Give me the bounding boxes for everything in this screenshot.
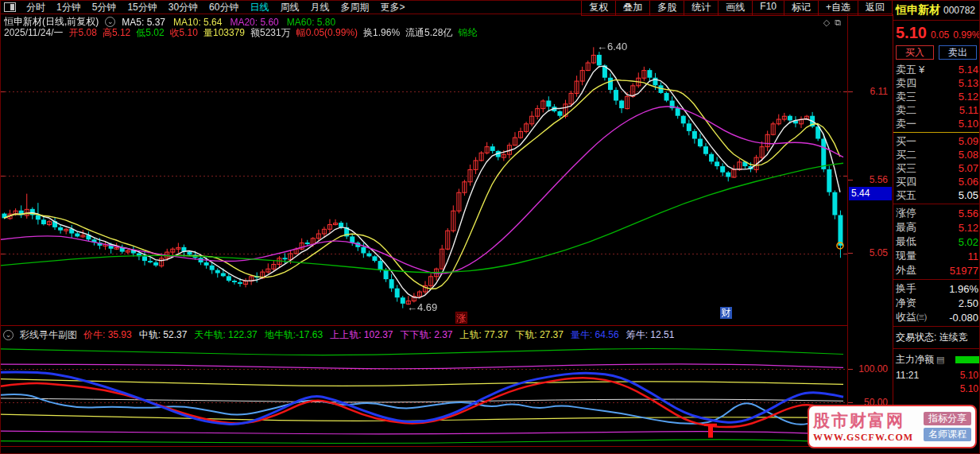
price-axis: 6.11 5.56 5.44 5.05 100.00 50.00 — [847, 14, 893, 446]
ask-row[interactable]: 卖四 5.13 — [893, 76, 980, 90]
main-chart[interactable]: 恒申新材(日线,前复权) ⌄ MA5: 5.37MA10: 5.64MA20: … — [1, 14, 847, 325]
tick-row: 5.10 — [893, 382, 980, 396]
low-annotation: ←4.69 — [407, 301, 437, 313]
toolbar-button[interactable]: 画线 — [718, 0, 753, 16]
stat-row: 现量 11 — [893, 249, 980, 263]
ask-row[interactable]: 卖二 5.11 — [893, 103, 980, 117]
info-segment: 额5231万 — [250, 26, 291, 40]
period-tab[interactable]: 月线 — [304, 1, 335, 14]
stat-row: 外盘 51977 — [893, 263, 980, 277]
diamond-icon[interactable]: ◇ — [823, 17, 830, 28]
app-window: 分时1分钟5分钟15分钟30分钟60分钟日线周线月线多周期更多> 复权叠加多股统… — [0, 0, 980, 454]
divider — [893, 279, 980, 280]
bid-book: 买一 5.09 买二 5.08 买三 5.07 买四 5.06 买五 5.05 — [893, 134, 980, 202]
price-change: 0.05 — [931, 29, 949, 41]
tick-list: 11:21 5.10 5.10 — [893, 369, 980, 396]
book-divider — [893, 132, 980, 133]
stock-name: 恒申新材 — [896, 3, 940, 17]
period-tab[interactable]: 周线 — [274, 1, 304, 14]
indicator-value: 上上轨: 102.37 — [330, 328, 393, 342]
info-segment: 幅0.05(0.99%) — [296, 26, 358, 40]
toolbar-button[interactable]: +自选 — [818, 0, 858, 16]
info-segment: 换1.96% — [363, 26, 400, 40]
layout-icon[interactable] — [4, 2, 16, 12]
indicator-value: 下下轨: 2.37 — [401, 328, 453, 342]
stock-title: 恒申新材 000782 — [893, 1, 980, 21]
stat-row: 收益㈢ -0.080 — [893, 310, 980, 324]
trade-buttons: 买入 卖出 — [893, 44, 980, 63]
badge-teacher-course: 名师课程 — [924, 428, 971, 441]
info-segment: 高5.12 — [103, 26, 130, 40]
bid-row[interactable]: 买二 5.08 — [893, 148, 980, 161]
period-tab[interactable]: 日线 — [244, 1, 274, 14]
watermark-badges: 指标分享 名师课程 — [924, 412, 971, 441]
indicator-header: ⌄ 彩线寻牛副图 价牛: 35.93中轨: 52.37天牛轨: 122.37地牛… — [1, 325, 847, 343]
tick-row: 11:21 5.10 — [893, 369, 980, 382]
stat-row: 最高 5.12 — [893, 220, 980, 235]
indicator-value: 上轨: 77.37 — [460, 328, 509, 342]
last-price-marker: 5.44 — [849, 187, 892, 200]
bottom-frame-line — [1, 446, 893, 447]
stat-row: 涨停 5.56 — [893, 206, 980, 220]
toolbar-button[interactable]: 返回 — [858, 0, 893, 16]
divider — [893, 204, 980, 204]
ask-row[interactable]: 卖一 5.10 — [893, 117, 980, 130]
period-tab[interactable]: 多周期 — [335, 1, 374, 14]
stat-row: 换手 1.96% — [893, 281, 980, 296]
indicator-values: 价牛: 35.93中轨: 52.37天牛轨: 122.37地牛轨:-17.63上… — [83, 328, 674, 342]
stats-block-2: 换手 1.96% 净资 2.50 收益㈢ -0.080 — [893, 281, 980, 324]
indicator-title[interactable]: 彩线寻牛副图 — [20, 328, 77, 342]
stats-block: 涨停 5.56 最高 5.12 最低 5.02 现量 11 外盘 51977 — [893, 206, 980, 277]
toolbar-buttons: 复权叠加多股统计画线F10标记+自选返回 — [582, 0, 893, 16]
toolbar-button[interactable]: 标记 — [784, 0, 819, 16]
indicator-value: 地牛轨:-17.63 — [265, 328, 323, 342]
window-icon[interactable]: ⧉ — [835, 17, 841, 28]
bid-row[interactable]: 买一 5.09 — [893, 134, 980, 148]
divider — [893, 348, 980, 349]
bid-row[interactable]: 买四 5.06 — [893, 175, 980, 188]
ask-row[interactable]: 卖五 ¥ 5.14 — [893, 63, 980, 76]
indicator-canvas[interactable] — [1, 343, 847, 446]
bid-row[interactable]: 买三 5.07 — [893, 161, 980, 175]
toolbar-button[interactable]: 统计 — [684, 0, 719, 16]
ohlc-info-row: 2025/11/24/一开5.08高5.12低5.02收5.10量103379额… — [4, 26, 477, 40]
main-flow-row[interactable]: 主力净额 ▤ — [893, 351, 980, 369]
stat-row: 净资 2.50 — [893, 296, 980, 310]
zhang-event-marker[interactable]: 涨 — [455, 312, 467, 324]
indicator-value: 筹牛: 12.51 — [626, 328, 675, 342]
price-label: 6.11 — [870, 86, 888, 97]
toolbar-button[interactable]: 复权 — [581, 0, 616, 16]
cai-event-marker[interactable]: 财 — [720, 307, 732, 319]
period-tab[interactable]: 60分钟 — [203, 1, 244, 14]
indicator-axis-label: 100.00 — [858, 363, 888, 374]
period-tab[interactable]: 更多> — [374, 1, 410, 14]
chevron-down-icon[interactable]: ⌄ — [3, 330, 14, 340]
candlestick-canvas[interactable] — [1, 14, 847, 325]
sell-button[interactable]: 卖出 — [939, 45, 977, 60]
period-tab[interactable]: 1分钟 — [51, 1, 87, 14]
watermark-url: WWW.GSCFW.COM — [813, 432, 913, 444]
period-tab[interactable]: 15分钟 — [122, 1, 162, 14]
period-tabs: 分时1分钟5分钟15分钟30分钟60分钟日线周线月线多周期更多> — [21, 1, 410, 14]
indicator-value: 下轨: 27.37 — [515, 328, 564, 342]
toolbar-button[interactable]: 多股 — [649, 0, 684, 16]
period-tab[interactable]: 30分钟 — [163, 1, 203, 14]
ask-row[interactable]: 卖三 5.12 — [893, 90, 980, 103]
watermark-text: 股市财富网 WWW.GSCFW.COM — [813, 409, 913, 444]
info-segment: 锦纶 — [458, 26, 477, 40]
high-annotation: ←6.40 — [597, 41, 627, 52]
period-tab[interactable]: 分时 — [21, 1, 51, 14]
trade-status: 交易状态: 连续竞 — [893, 328, 980, 347]
watermark-title: 股市财富网 — [813, 409, 913, 432]
toolbar-button[interactable]: F10 — [752, 0, 784, 16]
indicator-value: 中轨: 52.37 — [139, 328, 188, 342]
info-segment: 低5.02 — [136, 26, 164, 40]
bid-row[interactable]: 买五 5.05 — [893, 188, 980, 202]
chart-corner-icons: ◇ ⧉ — [823, 17, 841, 28]
period-tab[interactable]: 5分钟 — [87, 1, 122, 14]
info-segment: 收5.10 — [170, 26, 198, 40]
price-row: 5.10 0.05 0.99% — [893, 21, 980, 44]
indicator-value: 天牛轨: 122.37 — [194, 328, 257, 342]
buy-button[interactable]: 买入 — [896, 45, 934, 60]
toolbar-button[interactable]: 叠加 — [615, 0, 650, 16]
